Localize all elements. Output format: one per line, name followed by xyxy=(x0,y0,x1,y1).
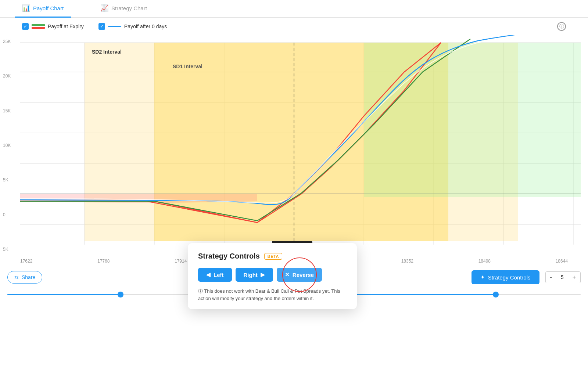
note-text: This does not work with Bear & Bull Call… xyxy=(198,288,340,301)
svg-rect-20 xyxy=(364,43,581,197)
strategy-controls-label: Strategy Controls xyxy=(488,274,531,281)
right-controls: ✦ Strategy Controls - 5 + xyxy=(472,270,581,284)
strategy-icon: 📈 xyxy=(100,4,108,12)
checkbox-after[interactable]: ✓ xyxy=(98,23,105,30)
tab-strategy[interactable]: 📈 Strategy Chart xyxy=(93,0,154,18)
legend-row: ✓ Payoff at Expiry ✓ Payoff after 0 days… xyxy=(0,18,588,35)
expiry-line-icon xyxy=(32,24,45,29)
close-x-icon: ✕ xyxy=(285,271,290,278)
checkbox-expiry[interactable]: ✓ xyxy=(22,23,29,30)
reverse-button[interactable]: ✕ Reverse xyxy=(277,268,322,282)
strategy-popup: Strategy Controls BETA ◀ Left Right ▶ ✕ … xyxy=(188,243,357,309)
left-slider-thumb[interactable] xyxy=(118,292,123,297)
after-label: Payoff after 0 days xyxy=(124,24,167,29)
reverse-highlight: ✕ Reverse xyxy=(277,268,322,282)
strategy-controls-button[interactable]: ✦ Strategy Controls xyxy=(472,270,539,284)
reverse-label: Reverse xyxy=(293,272,314,278)
blue-line-icon xyxy=(108,26,121,27)
chart-area: 25K 20K 15K 10K 5K 0 5K SD2 Interval SD1… xyxy=(0,35,588,256)
beta-badge: BETA xyxy=(264,253,282,260)
legend-after: ✓ Payoff after 0 days xyxy=(98,23,167,30)
expiry-label: Payoff at Expiry xyxy=(48,24,84,29)
legend-expiry: ✓ Payoff at Expiry xyxy=(22,23,84,30)
svg-text:SD2 Interval: SD2 Interval xyxy=(92,49,122,55)
qty-minus-btn[interactable]: - xyxy=(546,272,556,283)
share-icon: ⇆ xyxy=(14,274,19,280)
share-label: Share xyxy=(22,274,35,280)
left-label: Left xyxy=(214,272,224,278)
popup-header: Strategy Controls BETA xyxy=(198,252,347,260)
payoff-icon: 📊 xyxy=(22,4,30,12)
left-arrow-icon: ◀ xyxy=(206,271,211,278)
tab-bar: 📊 Payoff Chart 📈 Strategy Chart xyxy=(0,0,588,18)
tab-strategy-label: Strategy Chart xyxy=(111,5,147,11)
popup-note: ⓘ This does not work with Bear & Bull Ca… xyxy=(198,288,347,302)
strategy-controls-icon: ✦ xyxy=(480,274,485,281)
right-label: Right xyxy=(244,272,258,278)
tab-payoff-label: Payoff Chart xyxy=(33,5,64,11)
right-arrow-icon: ▶ xyxy=(261,271,265,278)
note-icon: ⓘ xyxy=(198,288,204,294)
share-button[interactable]: ⇆ Share xyxy=(7,271,42,284)
info-icon[interactable]: ⓘ xyxy=(557,22,566,31)
popup-title: Strategy Controls xyxy=(198,252,260,260)
svg-text:SD1 Interval: SD1 Interval xyxy=(173,64,202,69)
chart-svg: SD2 Interval SD1 Interval 18203.40 xyxy=(0,35,588,256)
tab-payoff[interactable]: 📊 Payoff Chart xyxy=(15,0,71,18)
qty-group: - 5 + xyxy=(545,271,581,283)
left-button[interactable]: ◀ Left xyxy=(198,268,232,282)
popup-buttons: ◀ Left Right ▶ ✕ Reverse xyxy=(198,268,347,282)
right-button[interactable]: Right ▶ xyxy=(236,268,273,282)
qty-plus-btn[interactable]: + xyxy=(568,272,580,283)
qty-value: 5 xyxy=(556,272,568,282)
right-slider-thumb[interactable] xyxy=(493,292,499,297)
